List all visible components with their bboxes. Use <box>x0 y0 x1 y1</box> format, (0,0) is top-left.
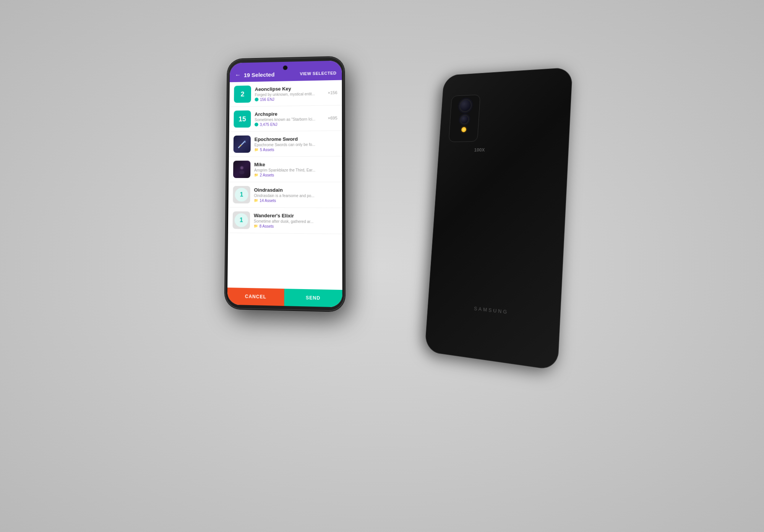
item-meta: 📁 5 Assets <box>254 147 337 152</box>
item-description: Forged by unknown, mystical entit... <box>255 91 324 97</box>
phone-back: 100X SAMSUNG <box>424 67 573 370</box>
item-avatar <box>233 160 250 178</box>
list-item[interactable]: 1 Oindrasdain Oindrasdain is a fearsome … <box>228 182 342 208</box>
samsung-logo: SAMSUNG <box>474 305 508 315</box>
list-item[interactable]: Mike Arngrim Spankblaze the Third, Ear..… <box>229 156 342 182</box>
avatar-number: 2 <box>240 90 244 98</box>
list-item[interactable]: 15 Archspire Sometimes known as "Starbor… <box>229 105 342 132</box>
enj-icon <box>255 97 258 101</box>
item-count: ×695 <box>328 115 337 120</box>
item-info: Epochrome Sword Epochrome Swords can onl… <box>254 136 337 152</box>
app-header: ← 19 Selected VIEW SELECTED <box>230 60 342 82</box>
sword-icon <box>237 139 247 149</box>
bottom-bar: CANCEL SEND <box>227 287 342 307</box>
item-name: Archspire <box>255 110 324 116</box>
list-item[interactable]: 1 Wanderer's Elixir Sometime after dusk,… <box>228 207 342 234</box>
list-item[interactable]: 2 Aeonclipse Key Forged by unknown, myst… <box>229 80 342 107</box>
view-selected-button[interactable]: VIEW SELECTED <box>300 71 336 76</box>
item-name: Epochrome Sword <box>254 136 337 142</box>
scene: 100X SAMSUNG ← 19 Selected VIEW SELECTED… <box>210 56 554 476</box>
item-avatar: 1 <box>232 211 250 229</box>
item-avatar <box>233 135 250 152</box>
item-count: ×156 <box>328 90 337 95</box>
item-meta-value: 5 Assets <box>260 147 274 152</box>
item-avatar: 2 <box>234 85 251 102</box>
phone-front: ← 19 Selected VIEW SELECTED 2 Aeonclipse… <box>225 57 344 311</box>
item-meta-value: 14 Assets <box>260 198 276 202</box>
send-button[interactable]: SEND <box>284 288 342 307</box>
item-avatar: 15 <box>234 110 251 128</box>
item-meta: 📁 8 Assets <box>253 224 337 229</box>
svg-point-4 <box>239 170 244 174</box>
phone-screen: ← 19 Selected VIEW SELECTED 2 Aeonclipse… <box>227 60 342 307</box>
assets-icon: 📁 <box>254 198 258 202</box>
item-meta: 📁 2 Assets <box>254 173 337 177</box>
item-description: Sometimes known as "Starborn Ici... <box>255 116 324 121</box>
item-name: Mike <box>254 161 337 167</box>
camera-flash <box>461 127 466 132</box>
item-avatar: 1 <box>233 186 250 203</box>
item-info: Aeonclipse Key Forged by unknown, mystic… <box>255 85 324 101</box>
enj-icon <box>254 123 258 126</box>
avatar-number: 1 <box>235 188 248 201</box>
avatar-number: 15 <box>238 115 246 123</box>
camera-lens-main <box>459 99 472 112</box>
front-camera <box>283 65 287 70</box>
item-info: Mike Arngrim Spankblaze the Third, Ear..… <box>254 161 337 177</box>
item-name: Oindrasdain <box>254 187 337 192</box>
header-left: ← 19 Selected <box>235 71 274 78</box>
item-info: Archspire Sometimes known as "Starborn I… <box>254 110 324 126</box>
zoom-label: 100X <box>474 147 485 153</box>
back-arrow-icon[interactable]: ← <box>235 71 241 78</box>
item-description: Oindrasdain is a fearsome and po... <box>254 193 337 198</box>
mike-image <box>233 160 250 178</box>
item-meta-value: 8 Assets <box>259 224 274 228</box>
character-icon <box>236 164 247 175</box>
item-name: Aeonclipse Key <box>255 85 324 92</box>
item-description: Sometime after dusk, gathered ar... <box>253 219 337 224</box>
list-item[interactable]: Epochrome Sword Epochrome Swords can onl… <box>229 131 342 157</box>
item-meta: 📁 14 Assets <box>254 198 337 203</box>
assets-icon: 📁 <box>253 224 258 228</box>
assets-icon: 📁 <box>254 147 258 151</box>
cancel-button[interactable]: CANCEL <box>227 287 284 306</box>
avatar-number: 1 <box>234 213 248 227</box>
item-description: Arngrim Spankblaze the Third, Ear... <box>254 168 337 172</box>
camera-lens-secondary <box>459 115 469 124</box>
item-meta-value: 3,475 ENJ <box>260 122 277 126</box>
item-description: Epochrome Swords can only be fo... <box>254 142 337 147</box>
item-info: Wanderer's Elixir Sometime after dusk, g… <box>253 212 337 229</box>
svg-line-2 <box>240 145 241 146</box>
sword-image <box>233 135 250 152</box>
items-list: 2 Aeonclipse Key Forged by unknown, myst… <box>227 80 342 289</box>
camera-module <box>448 94 480 142</box>
item-meta: 156 ENJ <box>255 96 324 102</box>
header-title: 19 Selected <box>243 71 274 78</box>
item-meta-value: 156 ENJ <box>260 97 274 101</box>
assets-icon: 📁 <box>254 173 258 177</box>
item-meta: 3,475 ENJ <box>254 121 324 126</box>
item-meta-value: 2 Assets <box>260 173 274 177</box>
item-name: Wanderer's Elixir <box>254 212 337 219</box>
item-info: Oindrasdain Oindrasdain is a fearsome an… <box>254 187 337 203</box>
